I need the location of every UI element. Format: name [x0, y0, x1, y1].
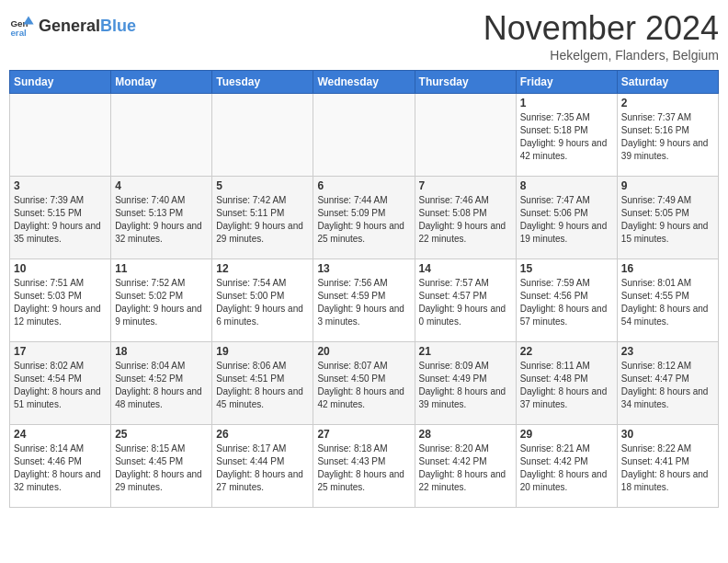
calendar-cell: 26Sunrise: 8:17 AM Sunset: 4:44 PM Dayli… — [212, 425, 313, 508]
subtitle: Hekelgem, Flanders, Belgium — [483, 48, 719, 63]
day-number: 19 — [216, 345, 309, 358]
logo-text-general: General — [39, 17, 100, 36]
logo: Gen eral General Blue — [9, 13, 136, 39]
header-sunday: Sunday — [10, 71, 111, 94]
calendar-cell: 27Sunrise: 8:18 AM Sunset: 4:43 PM Dayli… — [313, 425, 415, 508]
calendar-cell: 7Sunrise: 7:46 AM Sunset: 5:08 PM Daylig… — [415, 177, 516, 259]
calendar-cell: 18Sunrise: 8:04 AM Sunset: 4:52 PM Dayli… — [111, 342, 212, 425]
cell-info: Sunrise: 7:59 AM Sunset: 4:56 PM Dayligh… — [520, 277, 613, 328]
day-number: 27 — [317, 428, 410, 441]
calendar-cell: 8Sunrise: 7:47 AM Sunset: 5:06 PM Daylig… — [516, 177, 617, 259]
logo-text-blue: Blue — [100, 17, 136, 36]
header-tuesday: Tuesday — [212, 71, 313, 94]
day-number: 10 — [14, 262, 107, 275]
calendar-cell — [10, 94, 111, 177]
calendar-cell — [111, 94, 212, 177]
day-number: 28 — [419, 428, 512, 441]
header-monday: Monday — [111, 71, 212, 94]
day-number: 17 — [14, 345, 107, 358]
day-number: 11 — [115, 262, 208, 275]
cell-info: Sunrise: 7:57 AM Sunset: 4:57 PM Dayligh… — [419, 277, 512, 328]
calendar-cell: 5Sunrise: 7:42 AM Sunset: 5:11 PM Daylig… — [212, 177, 313, 259]
calendar-cell: 24Sunrise: 8:14 AM Sunset: 4:46 PM Dayli… — [10, 425, 111, 508]
month-title: November 2024 — [483, 9, 719, 48]
day-number: 6 — [317, 179, 410, 192]
cell-info: Sunrise: 8:15 AM Sunset: 4:45 PM Dayligh… — [115, 442, 208, 494]
calendar-row: 10Sunrise: 7:51 AM Sunset: 5:03 PM Dayli… — [10, 259, 719, 342]
logo-icon: Gen eral — [9, 13, 35, 39]
calendar-cell: 12Sunrise: 7:54 AM Sunset: 5:00 PM Dayli… — [212, 259, 313, 342]
calendar-cell: 3Sunrise: 7:39 AM Sunset: 5:15 PM Daylig… — [10, 177, 111, 259]
calendar-cell: 22Sunrise: 8:11 AM Sunset: 4:48 PM Dayli… — [516, 342, 617, 425]
header-saturday: Saturday — [617, 71, 718, 94]
day-number: 21 — [419, 345, 512, 358]
calendar-table: SundayMondayTuesdayWednesdayThursdayFrid… — [9, 70, 719, 508]
day-number: 1 — [520, 97, 613, 109]
day-number: 23 — [621, 345, 714, 358]
cell-info: Sunrise: 7:39 AM Sunset: 5:15 PM Dayligh… — [14, 194, 107, 246]
cell-info: Sunrise: 7:46 AM Sunset: 5:08 PM Dayligh… — [419, 194, 512, 246]
calendar-cell: 25Sunrise: 8:15 AM Sunset: 4:45 PM Dayli… — [111, 425, 212, 508]
cell-info: Sunrise: 8:11 AM Sunset: 4:48 PM Dayligh… — [520, 360, 613, 411]
cell-info: Sunrise: 7:52 AM Sunset: 5:02 PM Dayligh… — [115, 277, 208, 328]
calendar-cell: 6Sunrise: 7:44 AM Sunset: 5:09 PM Daylig… — [313, 177, 415, 259]
cell-info: Sunrise: 7:44 AM Sunset: 5:09 PM Dayligh… — [317, 194, 410, 246]
cell-info: Sunrise: 8:14 AM Sunset: 4:46 PM Dayligh… — [14, 442, 107, 494]
cell-info: Sunrise: 7:35 AM Sunset: 5:18 PM Dayligh… — [520, 111, 613, 163]
calendar-row: 24Sunrise: 8:14 AM Sunset: 4:46 PM Dayli… — [10, 425, 719, 508]
day-number: 15 — [520, 262, 613, 275]
cell-info: Sunrise: 7:47 AM Sunset: 5:06 PM Dayligh… — [520, 194, 613, 246]
calendar-header: SundayMondayTuesdayWednesdayThursdayFrid… — [10, 71, 719, 94]
cell-info: Sunrise: 8:12 AM Sunset: 4:47 PM Dayligh… — [621, 360, 714, 411]
day-number: 14 — [419, 262, 512, 275]
day-number: 26 — [216, 428, 309, 441]
calendar-cell: 13Sunrise: 7:56 AM Sunset: 4:59 PM Dayli… — [313, 259, 415, 342]
cell-info: Sunrise: 8:22 AM Sunset: 4:41 PM Dayligh… — [621, 442, 714, 494]
calendar-cell — [313, 94, 415, 177]
cell-info: Sunrise: 7:56 AM Sunset: 4:59 PM Dayligh… — [317, 277, 410, 328]
day-number: 30 — [621, 428, 714, 441]
calendar-cell: 4Sunrise: 7:40 AM Sunset: 5:13 PM Daylig… — [111, 177, 212, 259]
svg-text:eral: eral — [10, 28, 27, 38]
calendar-cell — [212, 94, 313, 177]
calendar-cell: 30Sunrise: 8:22 AM Sunset: 4:41 PM Dayli… — [617, 425, 718, 508]
cell-info: Sunrise: 8:02 AM Sunset: 4:54 PM Dayligh… — [14, 360, 107, 411]
cell-info: Sunrise: 7:40 AM Sunset: 5:13 PM Dayligh… — [115, 194, 208, 246]
calendar-cell: 14Sunrise: 7:57 AM Sunset: 4:57 PM Dayli… — [415, 259, 516, 342]
day-number: 2 — [621, 97, 714, 109]
day-number: 3 — [14, 179, 107, 192]
cell-info: Sunrise: 7:49 AM Sunset: 5:05 PM Dayligh… — [621, 194, 714, 246]
calendar-cell: 17Sunrise: 8:02 AM Sunset: 4:54 PM Dayli… — [10, 342, 111, 425]
day-number: 29 — [520, 428, 613, 441]
calendar-cell: 11Sunrise: 7:52 AM Sunset: 5:02 PM Dayli… — [111, 259, 212, 342]
calendar-row: 3Sunrise: 7:39 AM Sunset: 5:15 PM Daylig… — [10, 177, 719, 259]
calendar-cell: 21Sunrise: 8:09 AM Sunset: 4:49 PM Dayli… — [415, 342, 516, 425]
cell-info: Sunrise: 8:20 AM Sunset: 4:42 PM Dayligh… — [419, 442, 512, 494]
cell-info: Sunrise: 8:07 AM Sunset: 4:50 PM Dayligh… — [317, 360, 410, 411]
cell-info: Sunrise: 8:18 AM Sunset: 4:43 PM Dayligh… — [317, 442, 410, 494]
day-number: 25 — [115, 428, 208, 441]
calendar-cell: 29Sunrise: 8:21 AM Sunset: 4:42 PM Dayli… — [516, 425, 617, 508]
calendar-cell: 28Sunrise: 8:20 AM Sunset: 4:42 PM Dayli… — [415, 425, 516, 508]
cell-info: Sunrise: 8:21 AM Sunset: 4:42 PM Dayligh… — [520, 442, 613, 494]
day-number: 9 — [621, 179, 714, 192]
day-number: 13 — [317, 262, 410, 275]
cell-info: Sunrise: 7:42 AM Sunset: 5:11 PM Dayligh… — [216, 194, 309, 246]
cell-info: Sunrise: 8:04 AM Sunset: 4:52 PM Dayligh… — [115, 360, 208, 411]
calendar-cell: 2Sunrise: 7:37 AM Sunset: 5:16 PM Daylig… — [617, 94, 718, 177]
day-number: 22 — [520, 345, 613, 358]
calendar-cell: 15Sunrise: 7:59 AM Sunset: 4:56 PM Dayli… — [516, 259, 617, 342]
day-number: 18 — [115, 345, 208, 358]
title-area: November 2024 Hekelgem, Flanders, Belgiu… — [483, 9, 719, 63]
calendar-cell — [415, 94, 516, 177]
day-number: 24 — [14, 428, 107, 441]
calendar-cell: 1Sunrise: 7:35 AM Sunset: 5:18 PM Daylig… — [516, 94, 617, 177]
header-wednesday: Wednesday — [313, 71, 415, 94]
day-number: 4 — [115, 179, 208, 192]
cell-info: Sunrise: 8:01 AM Sunset: 4:55 PM Dayligh… — [621, 277, 714, 328]
day-number: 7 — [419, 179, 512, 192]
header-thursday: Thursday — [415, 71, 516, 94]
calendar-cell: 20Sunrise: 8:07 AM Sunset: 4:50 PM Dayli… — [313, 342, 415, 425]
day-number: 12 — [216, 262, 309, 275]
cell-info: Sunrise: 8:09 AM Sunset: 4:49 PM Dayligh… — [419, 360, 512, 411]
